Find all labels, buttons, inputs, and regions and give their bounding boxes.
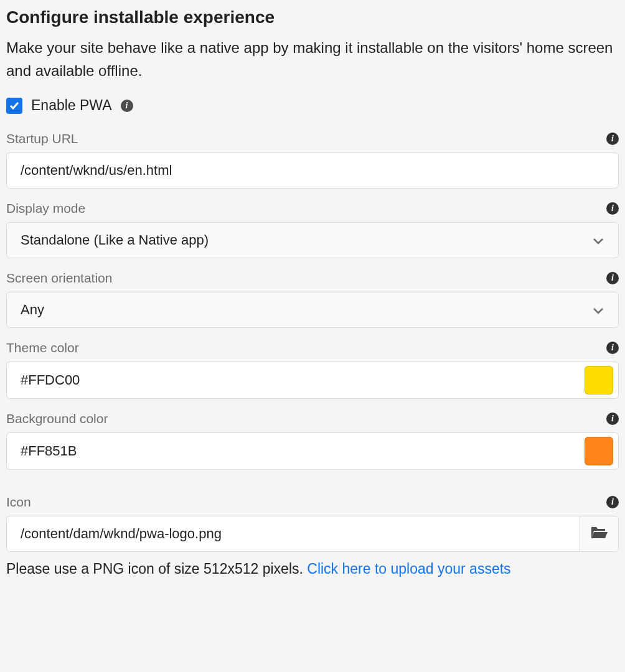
browse-button[interactable] xyxy=(580,516,618,551)
display-mode-value: Standalone (Like a Native app) xyxy=(21,232,209,248)
field-theme-color: Theme color i #FFDC00 xyxy=(6,340,619,399)
startup-url-label: Startup URL xyxy=(6,131,78,146)
icon-label: Icon xyxy=(6,495,31,510)
info-icon[interactable]: i xyxy=(606,272,619,284)
display-mode-select[interactable]: Standalone (Like a Native app) xyxy=(6,222,619,258)
startup-url-input[interactable]: /content/wknd/us/en.html xyxy=(6,152,619,189)
field-icon: Icon i /content/dam/wknd/pwa-logo.png Pl… xyxy=(6,495,619,577)
field-startup-url: Startup URL i /content/wknd/us/en.html xyxy=(6,131,619,189)
enable-pwa-checkbox[interactable] xyxy=(6,98,22,114)
theme-color-swatch[interactable] xyxy=(585,366,613,394)
info-icon[interactable]: i xyxy=(606,413,619,425)
folder-open-icon xyxy=(590,525,609,543)
page-title: Configure installable experience xyxy=(6,7,619,27)
enable-pwa-label: Enable PWA xyxy=(31,97,112,114)
screen-orientation-select[interactable]: Any xyxy=(6,292,619,328)
theme-color-value: #FFDC00 xyxy=(21,370,577,391)
page-description: Make your site behave like a native app … xyxy=(6,36,619,82)
screen-orientation-value: Any xyxy=(21,302,44,318)
icon-hint: Please use a PNG icon of size 512x512 pi… xyxy=(6,561,619,577)
enable-pwa-row: Enable PWA i xyxy=(6,97,619,114)
display-mode-label: Display mode xyxy=(6,201,85,216)
upload-assets-link[interactable]: Click here to upload your assets xyxy=(307,561,510,577)
info-icon[interactable]: i xyxy=(121,100,133,112)
info-icon[interactable]: i xyxy=(606,202,619,215)
info-icon[interactable]: i xyxy=(606,342,619,354)
chevron-down-icon xyxy=(592,232,604,248)
screen-orientation-label: Screen orientation xyxy=(6,271,112,286)
icon-path-input[interactable]: /content/dam/wknd/pwa-logo.png xyxy=(7,516,580,551)
theme-color-label: Theme color xyxy=(6,340,79,355)
field-display-mode: Display mode i Standalone (Like a Native… xyxy=(6,201,619,258)
info-icon[interactable]: i xyxy=(606,133,619,145)
background-color-label: Background color xyxy=(6,411,108,426)
background-color-input[interactable]: #FF851B xyxy=(6,432,619,470)
background-color-swatch[interactable] xyxy=(585,437,613,465)
icon-hint-text: Please use a PNG icon of size 512x512 pi… xyxy=(6,561,307,577)
theme-color-input[interactable]: #FFDC00 xyxy=(6,362,619,399)
info-icon[interactable]: i xyxy=(606,496,619,508)
field-screen-orientation: Screen orientation i Any xyxy=(6,271,619,328)
field-background-color: Background color i #FF851B xyxy=(6,411,619,470)
chevron-down-icon xyxy=(592,302,604,318)
background-color-value: #FF851B xyxy=(21,441,577,462)
